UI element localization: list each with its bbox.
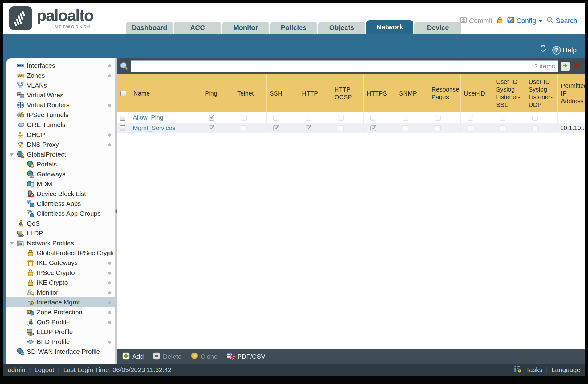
table-header-row: NamePingTelnetSSHHTTPHTTP OCSPHTTPSSNMPR… bbox=[117, 74, 585, 112]
sidebar-item-gateways[interactable]: Gateways bbox=[6, 169, 115, 179]
sidebar-item-ike-crypto[interactable]: IKE Crypto bbox=[6, 278, 115, 288]
sidebar-item-monitor[interactable]: Monitor bbox=[6, 288, 115, 297]
pdf-csv-button[interactable]: PDF/CSV bbox=[227, 352, 265, 362]
sidebar-item-label: Interfaces bbox=[27, 62, 55, 69]
column-header-snmp[interactable]: SNMP bbox=[396, 74, 428, 112]
interface-mgmt-icon bbox=[27, 299, 34, 306]
tasks-link[interactable]: Tasks bbox=[526, 366, 542, 374]
profile-name-link[interactable]: Allow_Ping bbox=[133, 114, 163, 121]
global-search-button[interactable]: Search bbox=[546, 16, 577, 26]
row-select-checkbox[interactable] bbox=[120, 125, 125, 131]
sidebar-item-label: GlobalProtect bbox=[27, 151, 66, 158]
brand-tagline: NETWORKS® bbox=[55, 24, 91, 29]
row-select-checkbox[interactable] bbox=[120, 115, 125, 121]
sidebar-item-dns-proxy[interactable]: DNSDNS Proxy bbox=[6, 140, 115, 149]
refresh-button[interactable] bbox=[539, 44, 547, 55]
unchecked-checkbox-icon bbox=[306, 115, 311, 121]
commit-button[interactable]: Commit bbox=[460, 16, 492, 26]
column-header-http[interactable]: HTTP bbox=[299, 74, 331, 112]
check-cell-user-id bbox=[461, 123, 493, 133]
sidebar-item-qos-profile[interactable]: QoSQoS Profile bbox=[6, 317, 115, 327]
expand-triangle-icon[interactable] bbox=[10, 153, 14, 156]
tab-policies[interactable]: Policies bbox=[270, 22, 317, 34]
logout-link[interactable]: Logout bbox=[35, 366, 54, 374]
add-button[interactable]: Add bbox=[122, 352, 144, 361]
column-header-response-pages[interactable]: Response Pages bbox=[428, 74, 461, 112]
tab-dashboard[interactable]: Dashboard bbox=[126, 22, 173, 34]
status-dot bbox=[108, 143, 111, 146]
filter-search-icon bbox=[119, 62, 129, 71]
unchecked-checkbox-icon bbox=[338, 115, 344, 121]
sidebar-splitter[interactable] bbox=[115, 58, 117, 364]
tab-device[interactable]: Device bbox=[414, 22, 461, 34]
sidebar-item-clientless-app-groups[interactable]: Clientless App Groups bbox=[6, 209, 115, 219]
column-header-user-id-syslog-listener-udp[interactable]: User-ID Syslog Listener-UDP bbox=[525, 74, 558, 112]
delete-button[interactable]: Delete bbox=[153, 352, 182, 361]
sidebar-item-interface-mgmt[interactable]: Interface Mgmt bbox=[6, 297, 115, 307]
tab-monitor[interactable]: Monitor bbox=[222, 22, 269, 34]
help-button[interactable]: ? Help bbox=[552, 46, 577, 55]
portals-icon bbox=[27, 161, 34, 168]
sidebar-item-device-block-list[interactable]: Device Block List bbox=[6, 189, 115, 199]
sidebar-item-ike-gateways[interactable]: IKE Gateways bbox=[6, 258, 115, 268]
column-header-ping[interactable]: Ping bbox=[202, 74, 234, 112]
sidebar-item-label: Zone Protection bbox=[37, 308, 82, 316]
virtual-wires-icon bbox=[17, 92, 24, 99]
sidebar-item-gre-tunnels[interactable]: GRE Tunnels bbox=[6, 120, 115, 130]
sidebar-item-portals[interactable]: Portals bbox=[6, 159, 115, 169]
sidebar-item-globalprotect[interactable]: GlobalProtect bbox=[6, 149, 115, 159]
column-header-user-id[interactable]: User-ID bbox=[461, 74, 493, 112]
sidebar-item-globalprotect-ipsec-crypto[interactable]: GlobalProtect IPSec Crypto bbox=[6, 248, 115, 258]
expand-triangle-icon[interactable] bbox=[10, 242, 14, 245]
language-link[interactable]: Language bbox=[552, 366, 580, 374]
bfd-profile-icon bbox=[27, 338, 34, 345]
sidebar-item-lldp[interactable]: LLDP bbox=[6, 228, 115, 238]
clone-button[interactable]: Clone bbox=[191, 352, 218, 361]
tab-network[interactable]: Network bbox=[366, 20, 413, 34]
sidebar-item-label: Portals bbox=[37, 161, 57, 168]
sidebar-item-virtual-routers[interactable]: Virtual Routers bbox=[6, 100, 115, 110]
column-header-ssh[interactable]: SSH bbox=[267, 74, 299, 112]
column-header-user-id-syslog-listener-ssl[interactable]: User-ID Syslog Listener-SSL bbox=[493, 74, 525, 112]
lock-status-icon[interactable] bbox=[496, 16, 504, 26]
sidebar-item-dhcp[interactable]: IPDHCP bbox=[6, 130, 115, 140]
sidebar-item-bfd-profile[interactable]: BFD Profile bbox=[6, 337, 115, 347]
status-dot bbox=[108, 291, 111, 294]
sidebar-item-ipsec-tunnels[interactable]: IPSec Tunnels bbox=[6, 110, 115, 120]
column-header-telnet[interactable]: Telnet bbox=[234, 74, 267, 112]
sidebar-item-zones[interactable]: Zones bbox=[6, 71, 115, 80]
select-all-checkbox[interactable] bbox=[120, 91, 126, 96]
last-login-label: Last Login Time: 06/05/2023 11:32:42 bbox=[63, 366, 171, 374]
unchecked-checkbox-icon bbox=[435, 115, 441, 121]
sidebar-item-virtual-wires[interactable]: Virtual Wires bbox=[6, 90, 115, 100]
sidebar-item-interfaces[interactable]: Interfaces bbox=[6, 61, 115, 71]
clientless-app-groups-icon bbox=[27, 210, 34, 217]
column-header-name[interactable]: Name bbox=[130, 74, 202, 112]
tab-objects[interactable]: Objects bbox=[318, 22, 365, 34]
column-header-http-ocsp[interactable]: HTTP OCSP bbox=[331, 74, 364, 112]
sidebar-item-lldp-profile[interactable]: LLDP Profile bbox=[6, 327, 115, 337]
config-menu-button[interactable]: Config bbox=[507, 16, 543, 26]
clear-filter-button[interactable] bbox=[572, 62, 582, 71]
permitted-ip-cell bbox=[558, 112, 585, 123]
apply-filter-button[interactable] bbox=[561, 62, 570, 71]
filter-input[interactable] bbox=[131, 60, 558, 72]
column-header-https[interactable]: HTTPS bbox=[364, 74, 396, 112]
status-dot bbox=[108, 281, 111, 284]
checked-checkbox-icon bbox=[209, 125, 214, 131]
sidebar-item-vlans[interactable]: VLANs bbox=[6, 80, 115, 90]
check-cell-ping bbox=[202, 123, 234, 133]
sidebar-item-clientless-apps[interactable]: Clientless Apps bbox=[6, 199, 115, 209]
profile-name-link[interactable]: Mgmt_Services bbox=[133, 125, 175, 132]
svg-text:IP: IP bbox=[19, 131, 22, 135]
sidebar-item-ipsec-crypto[interactable]: IPSec Crypto bbox=[6, 268, 115, 278]
sidebar-item-sd-wan-interface-profile[interactable]: SD-WAN Interface Profile bbox=[6, 347, 115, 357]
sidebar-item-network-profiles[interactable]: Network Profiles bbox=[6, 238, 115, 248]
column-header-permitted-ip-address[interactable]: Permitted IP Address... bbox=[558, 74, 585, 112]
sidebar-item-qos[interactable]: QoSQoS bbox=[6, 219, 115, 228]
sidebar-item-zone-protection[interactable]: Zone Protection bbox=[6, 307, 115, 317]
tab-acc[interactable]: ACC bbox=[174, 22, 221, 34]
unchecked-checkbox-icon bbox=[241, 115, 247, 121]
logged-in-user: admin bbox=[8, 366, 25, 374]
sidebar-item-mdm[interactable]: MDM bbox=[6, 179, 115, 189]
